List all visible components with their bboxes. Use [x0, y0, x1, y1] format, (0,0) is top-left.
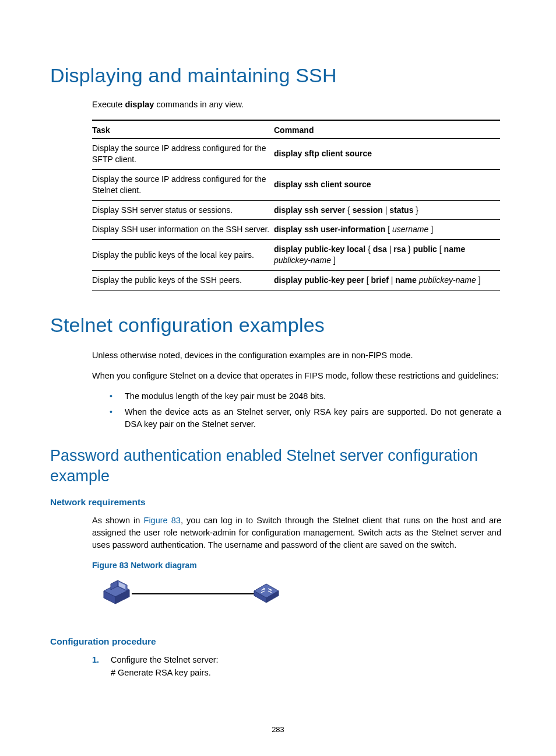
intro-bold: display: [125, 100, 154, 109]
para-network-req: As shown in Figure 83, you can log in to…: [92, 514, 501, 551]
figure-caption: Figure 83 Network diagram: [92, 561, 501, 570]
para3-pre: As shown in: [92, 516, 144, 525]
network-diagram: [100, 576, 287, 613]
task-cell: Display the source IP address configured…: [92, 139, 274, 170]
col-header-task: Task: [92, 120, 274, 139]
step-text-b: # Generate RSA key pairs.: [111, 668, 211, 677]
command-cell: display public-key peer [ brief | name p…: [274, 271, 500, 290]
command-cell: display sftp client source: [274, 139, 500, 170]
command-cell: display ssh client source: [274, 169, 500, 200]
procedure-step-1: 1. Configure the Stelnet server: # Gener…: [92, 654, 501, 680]
task-cell: Display the source IP address configured…: [92, 169, 274, 200]
task-cell: Display SSH server status or sessions.: [92, 200, 274, 220]
table-row: Display the public keys of the SSH peers…: [92, 271, 500, 290]
list-item: The modulus length of the key pair must …: [110, 390, 501, 402]
switch-icon: [253, 583, 280, 607]
task-cell: Display SSH user information on the SSH …: [92, 220, 274, 240]
para-nonfips: Unless otherwise noted, devices in the c…: [92, 349, 501, 362]
task-cell: Display the public keys of the SSH peers…: [92, 271, 274, 290]
para-fips-restrictions: When you configure Stelnet on a device t…: [92, 370, 501, 382]
command-table: Task Command Display the source IP addre…: [92, 120, 500, 290]
figure-link[interactable]: Figure 83: [144, 516, 181, 525]
col-header-command: Command: [274, 120, 500, 139]
list-item: When the device acts as an Stelnet serve…: [110, 406, 501, 430]
command-cell: display public-key local { dsa | rsa } p…: [274, 240, 500, 271]
command-cell: display ssh user-information [ username …: [274, 220, 500, 240]
table-row: Display the source IP address configured…: [92, 169, 500, 200]
step-text-a: Configure the Stelnet server:: [111, 655, 219, 664]
step-number: 1.: [92, 654, 99, 667]
restrictions-list: The modulus length of the key pair must …: [110, 390, 501, 430]
heading-stelnet-examples: Stelnet configuration examples: [50, 314, 501, 337]
page-number: 283: [0, 725, 556, 734]
task-cell: Display the public keys of the local key…: [92, 240, 274, 271]
intro-prefix: Execute: [92, 100, 125, 109]
heading-password-auth-example: Password authentication enabled Stelnet …: [50, 446, 501, 487]
heading-network-requirements: Network requirements: [50, 497, 501, 508]
heading-displaying-ssh: Displaying and maintaining SSH: [50, 64, 501, 87]
table-row: Display SSH user information on the SSH …: [92, 220, 500, 240]
table-row: Display SSH server status or sessions.di…: [92, 200, 500, 220]
intro-suffix: commands in any view.: [154, 100, 244, 109]
procedure-list: 1. Configure the Stelnet server: # Gener…: [92, 654, 501, 680]
heading-config-procedure: Configuration procedure: [50, 636, 501, 647]
command-cell: display ssh server { session | status }: [274, 200, 500, 220]
table-row: Display the source IP address configured…: [92, 139, 500, 170]
host-icon: [100, 578, 133, 611]
intro-paragraph: Execute display commands in any view.: [92, 100, 501, 109]
table-row: Display the public keys of the local key…: [92, 240, 500, 271]
connection-line: [132, 593, 254, 594]
